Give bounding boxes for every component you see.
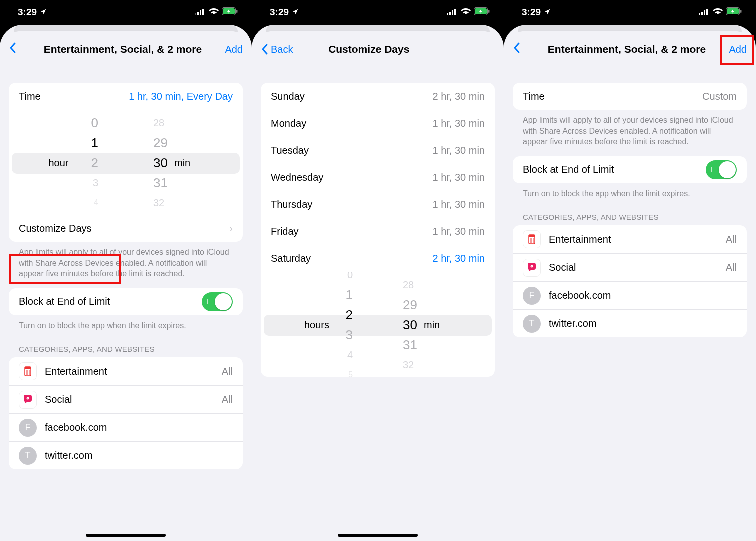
wifi-icon (713, 7, 723, 18)
categories-header: CATEGORIES, APPS, AND WEBSITES (513, 199, 747, 226)
svg-rect-23 (704, 10, 706, 16)
block-row: Block at End of Limit (513, 156, 747, 184)
entertainment-icon (523, 230, 541, 248)
day-row[interactable]: Tuesday1 hr, 30 min (261, 137, 495, 164)
site-initial-icon: T (523, 315, 541, 333)
svg-rect-8 (25, 367, 31, 370)
battery-icon (474, 7, 490, 18)
list-item[interactable]: Entertainment All (9, 358, 243, 386)
hour-unit: hours (304, 320, 330, 331)
day-row[interactable]: Monday1 hr, 30 min (261, 110, 495, 137)
status-bar: 3:29 (0, 0, 252, 25)
signal-icon (447, 7, 458, 18)
list-item[interactable]: F facebook.com (9, 414, 243, 442)
time-label: Time (523, 91, 545, 102)
svg-rect-2 (200, 10, 202, 16)
site-initial-icon: F (19, 419, 37, 437)
list-item[interactable]: Social All (9, 386, 243, 414)
day-row[interactable]: Wednesday1 hr, 30 min (261, 164, 495, 191)
svg-rect-16 (452, 10, 454, 16)
location-icon (292, 8, 299, 17)
phone-1: 3:29 Entertainment, Social, & 2 m (0, 0, 252, 541)
block-label: Block at End of Limit (523, 164, 614, 176)
status-time: 3:29 (270, 7, 289, 18)
home-indicator[interactable] (338, 534, 418, 537)
svg-rect-0 (195, 14, 196, 16)
svg-rect-29 (529, 235, 535, 238)
nav-title: Customize Days (263, 44, 475, 56)
time-value: 1 hr, 30 min, Every Day (129, 91, 233, 102)
nav-bar: Back Customize Days (252, 36, 504, 63)
site-initial-icon: F (523, 287, 541, 305)
svg-rect-14 (447, 14, 448, 16)
list-item[interactable]: F facebook.com (513, 282, 747, 310)
chevron-right-icon: › (230, 223, 233, 234)
block-toggle[interactable] (202, 292, 233, 312)
svg-point-13 (28, 398, 28, 399)
status-bar: 3:29 (252, 0, 504, 25)
time-picker[interactable]: 0 1 2 3 4 5 hours 27 28 29 (261, 272, 495, 377)
social-icon (523, 259, 541, 277)
svg-rect-19 (488, 10, 490, 13)
svg-rect-22 (702, 12, 703, 16)
list-item[interactable]: Entertainment All (513, 226, 747, 254)
svg-rect-15 (450, 12, 451, 16)
footer-limits: App limits will apply to all of your dev… (9, 242, 243, 280)
svg-rect-3 (202, 9, 204, 16)
add-button[interactable]: Add (727, 44, 747, 56)
social-icon (19, 391, 37, 409)
svg-rect-21 (699, 14, 700, 16)
time-picker[interactable]: 0 1 2 3 4 hour 27 28 29 30 (9, 110, 243, 215)
back-button[interactable] (9, 42, 23, 58)
entertainment-icon (19, 362, 37, 380)
status-time: 3:29 (18, 7, 37, 18)
location-icon (544, 8, 551, 17)
day-row[interactable]: Friday1 hr, 30 min (261, 218, 495, 245)
nav-bar: Entertainment, Social, & 2 more Add (504, 36, 756, 63)
min-unit: min (424, 320, 440, 331)
signal-icon (195, 7, 206, 18)
time-row[interactable]: Time Custom (513, 83, 747, 110)
wifi-icon (209, 7, 219, 18)
list-item[interactable]: T twitter.com (513, 310, 747, 338)
block-label: Block at End of Limit (19, 296, 110, 308)
svg-rect-1 (198, 12, 199, 16)
battery-icon (726, 7, 742, 18)
status-time: 3:29 (522, 7, 541, 18)
time-label: Time (19, 91, 41, 102)
svg-rect-17 (454, 9, 456, 16)
time-value: Custom (702, 91, 737, 102)
status-bar: 3:29 (504, 0, 756, 25)
list-item[interactable]: T twitter.com (9, 442, 243, 470)
add-button[interactable]: Add (223, 44, 243, 56)
day-row[interactable]: Thursday1 hr, 30 min (261, 191, 495, 218)
footer-block: Turn on to block the app when the limit … (9, 316, 243, 332)
svg-point-34 (532, 266, 532, 267)
day-row[interactable]: Saturday2 hr, 30 min (261, 245, 495, 272)
nav-bar: Entertainment, Social, & 2 more Add (0, 36, 252, 63)
block-toggle[interactable] (706, 160, 737, 180)
svg-rect-26 (740, 10, 742, 13)
categories-header: CATEGORIES, APPS, AND WEBSITES (9, 331, 243, 358)
customize-days-label: Customize Days (19, 223, 92, 234)
day-row[interactable]: Sunday2 hr, 30 min (261, 83, 495, 110)
back-button[interactable] (513, 42, 527, 58)
footer-block: Turn on to block the app when the limit … (513, 184, 747, 200)
nav-title: Entertainment, Social, & 2 more (527, 44, 727, 56)
battery-icon (222, 7, 238, 18)
site-initial-icon: T (19, 447, 37, 465)
customize-days-row[interactable]: Customize Days › (9, 215, 243, 242)
svg-rect-24 (706, 9, 708, 16)
home-indicator[interactable] (86, 534, 166, 537)
phone-2: 3:29 Back Customize Days Sund (252, 0, 504, 541)
signal-icon (699, 7, 710, 18)
hour-unit: hour (49, 158, 69, 169)
min-unit: min (174, 158, 190, 169)
wifi-icon (461, 7, 471, 18)
time-row[interactable]: Time 1 hr, 30 min, Every Day (9, 83, 243, 110)
phone-3: 3:29 Entertainment, Social, & 2 more Add (504, 0, 756, 541)
list-item[interactable]: Social All (513, 254, 747, 282)
location-icon (40, 8, 47, 17)
footer-limits: App limits will apply to all of your dev… (513, 110, 747, 148)
svg-rect-5 (236, 10, 238, 13)
